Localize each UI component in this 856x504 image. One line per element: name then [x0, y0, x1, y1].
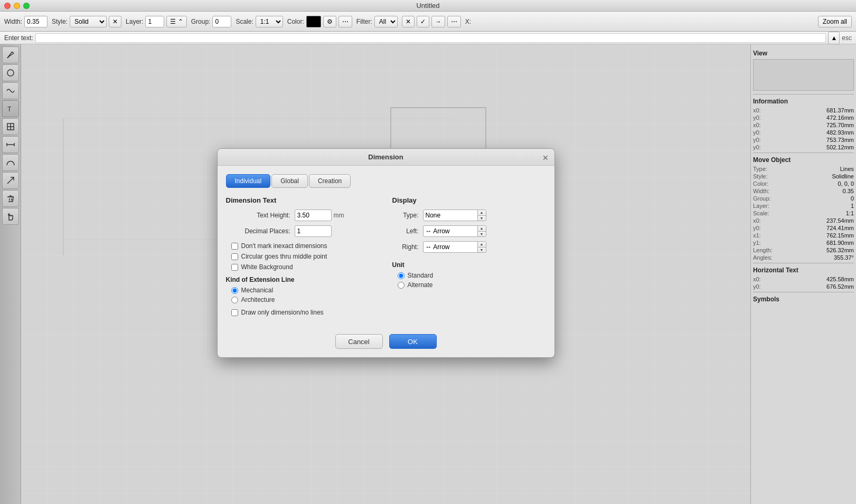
alternate-radio[interactable] [398, 282, 405, 289]
information-title: Information [753, 98, 854, 105]
unit-section: Unit Standard Alternate [392, 261, 546, 289]
layer-input[interactable] [145, 16, 164, 27]
left-stepper-down[interactable]: ▼ [478, 232, 486, 237]
color-extra-btn[interactable]: ⋯ [338, 16, 352, 27]
inexact-checkbox[interactable] [231, 243, 238, 250]
text-tool-btn[interactable]: T [2, 100, 19, 117]
mo-length-label: Length: [753, 247, 773, 253]
type-row: Type: None Arrow Dot Tick [392, 210, 546, 221]
ok-button[interactable]: OK [389, 334, 437, 349]
filter-actions: ✕ ✓ → ⋯ [402, 16, 461, 27]
left-stepper-up[interactable]: ▲ [478, 226, 486, 232]
mo-angles-row: Angles: 355.37° [753, 254, 854, 261]
hand-tool-btn[interactable] [2, 208, 19, 225]
checkbox-draw-only: Draw only dimension/no lines [231, 309, 380, 316]
status-input[interactable] [35, 33, 826, 43]
mo-color-row: Color: 0, 0, 0 [753, 180, 854, 187]
white-bg-checkbox[interactable] [231, 264, 238, 271]
mo-group-row: Group: 0 [753, 195, 854, 202]
minimize-traffic-light[interactable] [14, 3, 20, 9]
style-group: Style: Solid ✕ [52, 16, 121, 27]
mo-group-label: Group: [753, 195, 771, 202]
type-label: Type: [392, 212, 419, 219]
mo-layer-row: Layer: 1 [753, 203, 854, 209]
alternate-label: Alternate [408, 281, 433, 289]
left-row: Left: ↔ Arrow ● Dot / Tick None [392, 225, 546, 237]
right-sidebar: View Information x0: 681.37mm y0: 472.16… [750, 44, 856, 504]
divider-1 [753, 94, 854, 94]
decimal-places-row: Decimal Places: [226, 225, 380, 237]
wave-tool-btn[interactable] [2, 82, 19, 99]
checkbox-inexact: Don't mark inexact dimensions [231, 242, 380, 250]
dialog-col-left: Dimension Text Text Height: mm Decimal P… [226, 196, 380, 319]
standard-radio[interactable] [398, 272, 405, 279]
mo-width-row: Width: 0.35 [753, 188, 854, 194]
cancel-button[interactable]: Cancel [335, 334, 383, 349]
tab-global[interactable]: Global [271, 174, 308, 188]
text-height-row: Text Height: mm [226, 210, 380, 221]
filter-extra-btn[interactable]: ⋯ [447, 16, 461, 27]
esc-label: esc [842, 34, 852, 42]
layer-btn[interactable]: ☰ ⌃ [166, 16, 186, 27]
polygon-tool-btn[interactable] [2, 118, 19, 135]
color-group: Color: ⚙ ⋯ [287, 16, 352, 27]
close-traffic-light[interactable] [4, 3, 11, 9]
right-stepper-down[interactable]: ▼ [478, 248, 486, 253]
info-y0-3: y0: 753.73mm [753, 137, 854, 143]
text-height-input[interactable] [295, 210, 332, 221]
color-settings-btn[interactable]: ⚙ [323, 16, 336, 27]
radio-alternate: Alternate [398, 281, 546, 289]
x0-2-label: x0: [753, 122, 761, 128]
y0-3-value: 753.73mm [826, 137, 854, 143]
mo-color-label: Color: [753, 180, 768, 187]
pen-tool-btn[interactable] [2, 46, 19, 63]
info-x0-2: x0: 725.70mm [753, 122, 854, 128]
maximize-traffic-light[interactable] [23, 3, 30, 9]
canvas-area[interactable]: Dimension ✕ Individual Global Creation [21, 44, 750, 504]
architecture-radio[interactable] [231, 297, 238, 303]
right-select-wrapper: ↔ Arrow ● Dot / Tick None ▲ ▼ [423, 241, 486, 253]
style-select[interactable]: Solid [70, 16, 107, 27]
dialog-close-btn[interactable]: ✕ [542, 154, 549, 161]
width-input[interactable] [24, 16, 48, 27]
mechanical-radio[interactable] [231, 287, 238, 294]
draw-only-checkbox[interactable] [231, 309, 238, 316]
circle-tool-btn[interactable] [2, 64, 19, 81]
group-input[interactable] [212, 16, 231, 27]
decimal-places-input[interactable] [295, 225, 332, 237]
type-select[interactable]: None Arrow Dot Tick [424, 210, 486, 221]
right-stepper-up[interactable]: ▲ [478, 242, 486, 248]
dimension-text-title: Dimension Text [226, 196, 380, 204]
dimension-tool-btn[interactable] [2, 136, 19, 153]
type-stepper-up[interactable]: ▲ [478, 210, 486, 216]
radio-mechanical: Mechanical [231, 287, 380, 294]
zoom-all-button[interactable]: Zoom all [818, 16, 852, 27]
group-group: Group: [191, 16, 232, 27]
status-stepper-up[interactable]: ▲ [828, 32, 840, 44]
mo-type-label: Type: [753, 166, 767, 172]
left-select[interactable]: ↔ Arrow ● Dot / Tick None [424, 226, 486, 236]
tab-creation[interactable]: Creation [309, 174, 351, 188]
color-swatch[interactable] [306, 16, 321, 27]
architecture-label: Architecture [241, 296, 275, 303]
filter-select[interactable]: All [374, 16, 398, 27]
checkbox-white-bg: White Background [231, 263, 380, 271]
filter-arrow-btn[interactable]: → [431, 16, 445, 27]
right-select[interactable]: ↔ Arrow ● Dot / Tick None [424, 242, 486, 252]
tab-individual[interactable]: Individual [226, 174, 271, 188]
mo-y0-value: 724.41mm [826, 225, 854, 231]
curve-tool-btn[interactable] [2, 154, 19, 171]
y0-4-label: y0: [753, 144, 761, 150]
delete-tool-btn[interactable] [2, 190, 19, 207]
arrow-tool-btn[interactable] [2, 172, 19, 189]
scale-select[interactable]: 1:1 [256, 16, 283, 27]
style-clear-btn[interactable]: ✕ [109, 16, 121, 27]
divider-3 [753, 263, 854, 263]
type-stepper-down[interactable]: ▼ [478, 216, 486, 221]
mo-length-value: 526.32mm [826, 247, 854, 253]
circular-checkbox[interactable] [231, 253, 238, 260]
mo-angles-value: 355.37° [834, 254, 854, 261]
filter-x-btn[interactable]: ✕ [402, 16, 415, 27]
filter-check-btn[interactable]: ✓ [417, 16, 429, 27]
left-select-wrapper: ↔ Arrow ● Dot / Tick None ▲ ▼ [423, 225, 486, 237]
